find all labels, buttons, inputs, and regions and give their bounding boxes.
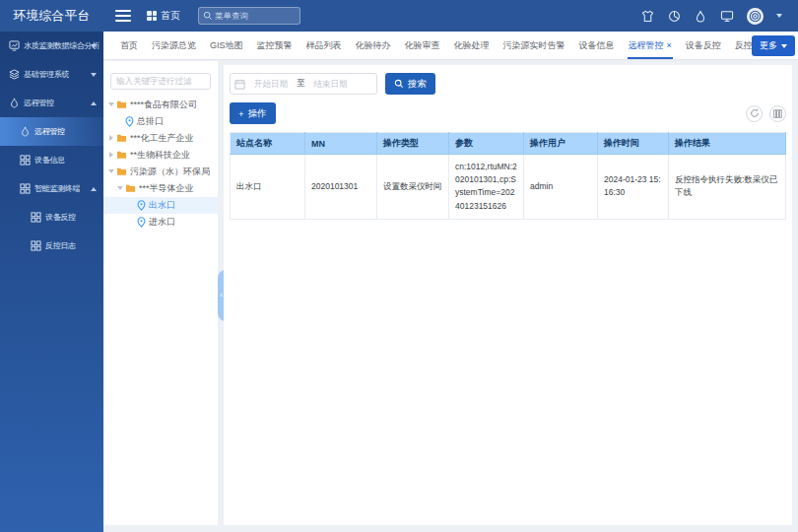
table-cell: admin: [524, 155, 598, 220]
sidebar-item[interactable]: 反控日志: [0, 232, 103, 260]
sidebar-item[interactable]: 水质监测数据综合分析: [0, 32, 103, 60]
chevron-left-icon: ‹: [220, 292, 223, 299]
content-area: ****食品有限公司总排口***化工生产企业**生物科技企业污染源（水）环保局*…: [103, 61, 798, 532]
app-window: 环境综合平台 首页: [0, 0, 798, 532]
home-grid-icon: [147, 11, 157, 21]
start-date-input[interactable]: [247, 79, 295, 89]
grid-icon: [31, 212, 41, 223]
tab[interactable]: 样品列表: [299, 32, 349, 59]
table-cell: 反控指令执行失败:数采仪已下线: [669, 155, 786, 220]
sidebar: 水质监测数据综合分析基础管理系统远程管控远程管控设备信息智能监测终端设备反控反控…: [0, 32, 103, 532]
column-header: 操作结果: [669, 133, 786, 155]
column-header: MN: [305, 133, 377, 155]
tab[interactable]: 设备信息: [572, 32, 622, 59]
tab[interactable]: 化验待办: [349, 32, 398, 59]
monitor-icon[interactable]: [720, 9, 734, 23]
header-home-link[interactable]: 首页: [147, 9, 180, 23]
pin-icon: [125, 116, 134, 127]
pie-chart-icon[interactable]: [667, 9, 681, 23]
hamburger-menu-icon[interactable]: [115, 10, 131, 22]
tab[interactable]: 污染源实时告警: [497, 32, 572, 59]
range-separator: 至: [297, 78, 305, 90]
tree-filter-input[interactable]: [110, 73, 211, 90]
refresh-button[interactable]: [746, 105, 763, 122]
sidebar-item[interactable]: 设备反控: [0, 203, 103, 232]
tree-node[interactable]: 进水口: [103, 214, 218, 231]
site-tree-panel: ****食品有限公司总排口***化工生产企业**生物科技企业污染源（水）环保局*…: [103, 61, 218, 525]
refresh-icon: [750, 108, 760, 118]
remote-icon: [20, 126, 31, 137]
operation-log-table: 站点名称MN操作类型参数操作用户操作时间操作结果 出水口2020101301设置…: [230, 132, 786, 220]
folder-icon: [125, 183, 136, 193]
pin-icon: [137, 217, 146, 228]
close-icon[interactable]: ×: [667, 41, 672, 50]
tab[interactable]: 远程管控×: [622, 32, 679, 59]
table-cell: 出水口: [231, 155, 305, 220]
column-header: 操作时间: [598, 133, 669, 155]
tree-node[interactable]: ***化工生产企业: [103, 130, 218, 147]
column-settings-icon: [773, 109, 782, 118]
plus-icon: +: [238, 108, 244, 119]
avatar[interactable]: [747, 8, 764, 25]
caret-icon[interactable]: [106, 169, 115, 173]
search-icon: [394, 79, 404, 89]
analysis-icon: [9, 40, 20, 51]
sidebar-item[interactable]: 智能监测终端: [0, 174, 103, 203]
caret-icon[interactable]: [106, 152, 115, 158]
tree-node[interactable]: ***半导体企业: [103, 180, 218, 197]
action-button[interactable]: + 操作: [230, 102, 276, 124]
top-header: 环境综合平台 首页: [0, 0, 798, 32]
more-tabs-button[interactable]: 更多: [752, 35, 795, 56]
remote-icon: [9, 98, 20, 108]
tab[interactable]: 化验审查: [398, 32, 447, 59]
tree-node[interactable]: ****食品有限公司: [103, 97, 218, 113]
caret-icon[interactable]: [115, 186, 124, 190]
calendar-icon: [234, 79, 245, 90]
tab[interactable]: 污染源总览: [145, 32, 203, 59]
tab[interactable]: 首页: [113, 32, 145, 59]
table-cell: 2024-01-23 15:16:30: [598, 155, 669, 220]
flame-icon[interactable]: [694, 9, 707, 23]
sidebar-item[interactable]: 远程管控: [0, 117, 103, 146]
menu-search-input[interactable]: [215, 8, 298, 24]
table-row[interactable]: 出水口2020101301设置数采仪时间cn:1012,rtuMN:202010…: [231, 155, 786, 220]
search-button[interactable]: 搜索: [385, 73, 435, 95]
tree-node[interactable]: **生物科技企业: [103, 147, 218, 164]
header-home-label: 首页: [161, 9, 180, 23]
sidebar-item[interactable]: 设备信息: [0, 146, 103, 174]
chevron-down-icon: [91, 44, 97, 48]
sidebar-item[interactable]: 基础管理系统: [0, 60, 103, 89]
sidebar-item[interactable]: 远程管控: [0, 89, 103, 117]
tree-node[interactable]: 出水口: [103, 197, 218, 214]
chevron-down-icon: [781, 44, 787, 48]
app-title: 环境综合平台: [0, 8, 103, 25]
folder-icon: [116, 150, 127, 160]
grid-icon: [20, 183, 31, 194]
search-icon: [203, 11, 213, 21]
site-tree: ****食品有限公司总排口***化工生产企业**生物科技企业污染源（水）环保局*…: [103, 97, 218, 231]
folder-icon: [116, 100, 127, 109]
theme-icon[interactable]: [640, 9, 654, 23]
table-cell: cn:1012,rtuMN:2020101301,cp:SystemTime=2…: [449, 155, 524, 220]
tab[interactable]: 设备反控: [679, 32, 728, 59]
chevron-up-icon: [91, 187, 97, 191]
chevron-down-icon[interactable]: [776, 14, 782, 18]
system-icon: [9, 69, 20, 80]
folder-icon: [116, 166, 127, 176]
grid-icon: [31, 240, 41, 251]
table-header-row: 站点名称MN操作类型参数操作用户操作时间操作结果: [231, 133, 786, 155]
tab[interactable]: 化验处理: [447, 32, 497, 59]
tab[interactable]: GIS地图: [203, 32, 250, 59]
caret-icon[interactable]: [106, 102, 115, 106]
end-date-input[interactable]: [307, 79, 355, 89]
caret-icon[interactable]: [106, 135, 115, 141]
folder-icon: [116, 133, 127, 143]
chevron-down-icon: [91, 73, 97, 77]
grid-icon: [20, 155, 31, 166]
column-header: 站点名称: [231, 133, 305, 155]
date-range-picker: 至: [230, 73, 377, 95]
tab[interactable]: 监控预警: [250, 32, 299, 59]
tree-node[interactable]: 污染源（水）环保局: [103, 164, 218, 180]
column-settings-button[interactable]: [769, 105, 786, 122]
tree-node[interactable]: 总排口: [103, 113, 218, 130]
